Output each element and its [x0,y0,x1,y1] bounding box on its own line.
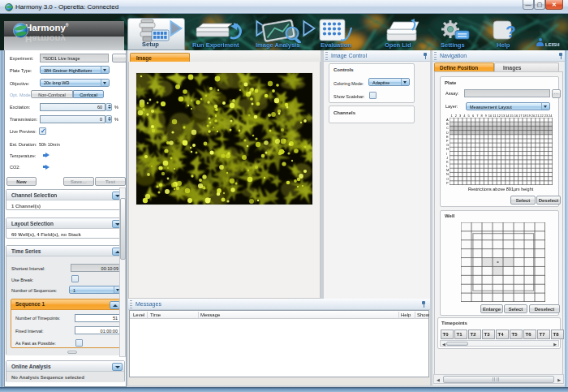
svg-text:?: ? [506,22,516,41]
